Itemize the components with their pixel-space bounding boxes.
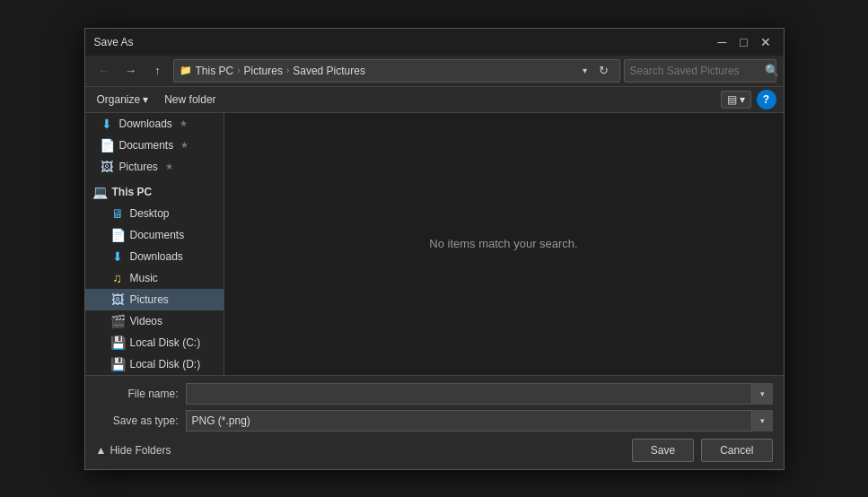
sidebar-item-label: Local Disk (D:) <box>130 358 201 371</box>
sidebar-item-label: Local Disk (C:) <box>130 336 201 349</box>
organize-label: Organize <box>97 93 141 106</box>
search-bar: 🔍 <box>624 59 776 83</box>
sidebar-item-label: Pictures <box>130 293 169 306</box>
desktop-icon: 🖥 <box>110 206 125 221</box>
address-folder-icon: 📁 <box>180 65 192 76</box>
sidebar-item-pictures-pinned[interactable]: 🖼 Pictures ★ <box>85 156 224 178</box>
sidebar-item-downloads[interactable]: ⬇ Downloads <box>85 246 224 267</box>
videos-icon: 🎬 <box>110 314 125 328</box>
disk-icon: 💾 <box>110 357 125 371</box>
cancel-button[interactable]: Cancel <box>701 439 772 462</box>
pictures-icon: 🖼 <box>110 292 125 307</box>
document-icon: 📄 <box>100 138 114 153</box>
address-refresh-button[interactable]: ↻ <box>594 61 614 81</box>
pictures-icon: 🖼 <box>100 160 114 174</box>
view-icon: ▤ <box>727 93 737 106</box>
breadcrumb: This PC › Pictures › Saved Pictures <box>196 65 365 77</box>
breadcrumb-this-pc[interactable]: This PC <box>196 65 234 77</box>
sidebar-item-label: This PC <box>112 186 153 198</box>
pin-icon: ★ <box>180 118 188 128</box>
new-folder-button[interactable]: New folder <box>160 91 220 109</box>
save-as-type-row: Save as type: ▾ <box>96 410 773 432</box>
save-button[interactable]: Save <box>632 439 694 462</box>
sidebar-this-pc-header[interactable]: 💻 This PC <box>85 181 224 203</box>
music-icon: ♫ <box>110 271 125 285</box>
navigation-toolbar: ← → ↑ 📁 This PC › Pictures › Saved Pictu… <box>85 56 784 87</box>
dialog-title: Save As <box>94 36 134 48</box>
view-button[interactable]: ▤ ▾ <box>721 91 751 109</box>
maximize-button[interactable]: □ <box>735 33 753 51</box>
sidebar-item-videos[interactable]: 🎬 Videos <box>85 310 224 332</box>
second-toolbar: Organize ▾ New folder ▤ ▾ ? <box>85 87 784 113</box>
hide-folders-button[interactable]: ▲ Hide Folders <box>96 444 171 457</box>
bottom-bar: File name: ▾ Save as type: ▾ ▲ Hide Fold… <box>85 375 784 469</box>
sidebar: ⬇ Downloads ★ 📄 Documents ★ 🖼 Pictures ★… <box>85 113 224 375</box>
forward-button[interactable]: → <box>119 59 143 83</box>
pin-icon: ★ <box>165 161 173 171</box>
breadcrumb-sep-1: › <box>237 65 240 75</box>
sidebar-item-music[interactable]: ♫ Music <box>85 267 224 289</box>
file-name-label: File name: <box>96 388 186 400</box>
sidebar-item-local-disk-d[interactable]: 💾 Local Disk (D:) <box>85 353 224 375</box>
breadcrumb-saved-pictures[interactable]: Saved Pictures <box>293 65 365 77</box>
file-name-input[interactable] <box>186 383 773 405</box>
back-button[interactable]: ← <box>92 59 116 83</box>
minimize-button[interactable]: ─ <box>714 33 732 51</box>
address-bar: 📁 This PC › Pictures › Saved Pictures ▾ … <box>173 59 620 83</box>
address-dropdown-button[interactable]: ▾ <box>579 65 591 75</box>
sidebar-item-pictures[interactable]: 🖼 Pictures <box>85 289 224 310</box>
save-as-type-dropdown-button[interactable]: ▾ <box>751 410 773 432</box>
document-icon: 📄 <box>110 228 125 242</box>
sidebar-item-label: Pictures <box>119 161 158 173</box>
sidebar-item-documents-pinned[interactable]: 📄 Documents ★ <box>85 135 224 156</box>
computer-icon: 💻 <box>92 185 107 199</box>
file-name-input-wrap: ▾ <box>186 383 773 405</box>
search-icon[interactable]: 🔍 <box>765 64 779 77</box>
sidebar-item-label: Documents <box>119 139 174 152</box>
breadcrumb-sep-2: › <box>286 65 289 75</box>
search-input[interactable] <box>630 65 765 77</box>
save-as-type-input[interactable] <box>186 410 773 432</box>
save-as-dialog: Save As ─ □ ✕ ← → ↑ 📁 This PC › Pictures… <box>84 28 785 470</box>
hide-folders-icon: ▲ <box>96 444 107 457</box>
close-button[interactable]: ✕ <box>757 33 775 51</box>
content-area: No items match your search. <box>224 113 784 375</box>
pin-icon: ★ <box>180 140 189 150</box>
bottom-actions: ▲ Hide Folders Save Cancel <box>96 439 773 462</box>
sidebar-item-local-disk-c[interactable]: 💾 Local Disk (C:) <box>85 332 224 353</box>
sidebar-item-label: Downloads <box>130 250 183 263</box>
sidebar-item-label: Videos <box>130 315 162 327</box>
help-button[interactable]: ? <box>757 90 776 109</box>
empty-message: No items match your search. <box>429 237 577 250</box>
sidebar-item-downloads-pinned[interactable]: ⬇ Downloads ★ <box>85 113 224 135</box>
sidebar-item-label: Desktop <box>130 207 170 220</box>
title-bar: Save As ─ □ ✕ <box>85 29 784 56</box>
download-icon: ⬇ <box>110 249 125 264</box>
main-content: ⬇ Downloads ★ 📄 Documents ★ 🖼 Pictures ★… <box>85 113 784 375</box>
sidebar-item-label: Downloads <box>119 118 172 130</box>
sidebar-item-label: Music <box>130 272 158 284</box>
up-button[interactable]: ↑ <box>146 59 170 83</box>
file-name-dropdown-button[interactable]: ▾ <box>751 383 773 405</box>
action-buttons: Save Cancel <box>632 439 773 462</box>
save-as-type-wrap: ▾ <box>186 410 773 432</box>
organize-arrow: ▾ <box>143 93 148 106</box>
organize-button[interactable]: Organize ▾ <box>92 91 153 109</box>
save-as-type-label: Save as type: <box>96 414 186 427</box>
hide-folders-label: Hide Folders <box>110 444 171 457</box>
breadcrumb-pictures[interactable]: Pictures <box>244 65 283 77</box>
sidebar-item-documents[interactable]: 📄 Documents <box>85 224 224 246</box>
filename-row: File name: ▾ <box>96 383 773 405</box>
download-icon: ⬇ <box>100 117 114 131</box>
window-controls: ─ □ ✕ <box>714 33 775 51</box>
disk-icon: 💾 <box>110 336 125 350</box>
view-arrow: ▾ <box>740 93 745 106</box>
sidebar-item-desktop[interactable]: 🖥 Desktop <box>85 203 224 224</box>
sidebar-item-label: Documents <box>130 229 185 241</box>
